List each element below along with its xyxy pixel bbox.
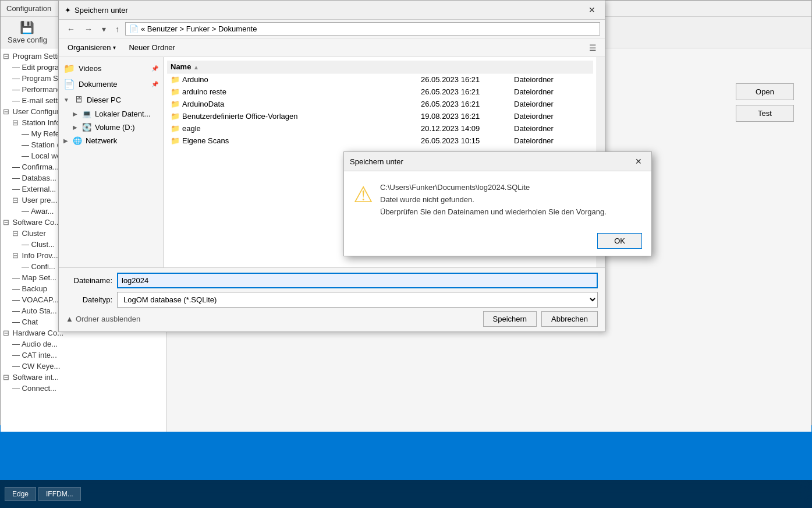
hide-folder-toggle[interactable]: ▲ Ordner ausblenden — [66, 315, 140, 323]
expand-icon: ⊟ — [3, 329, 9, 337]
expand-arrow: ▼ — [63, 97, 69, 103]
file-dialog-close-button[interactable]: ✕ — [585, 4, 599, 16]
list-item[interactable]: 📁arduino reste 26.05.2023 16:21 Dateiord… — [167, 86, 593, 98]
sidebar-dokumente-label: Dokumente — [79, 80, 117, 89]
file-date: 26.05.2023 16:21 — [421, 87, 514, 96]
filetype-row: Dateityp: LogOM database (*.SQLite) — [66, 292, 598, 308]
col-date — [421, 62, 514, 71]
organize-dropdown-icon: ▾ — [113, 44, 116, 51]
sidebar-netzwerk-label: Netzwerk — [86, 136, 117, 145]
sidebar-netzwerk[interactable]: ▶ 🌐 Netzwerk — [59, 134, 163, 147]
view-button[interactable]: ☰ — [586, 41, 600, 54]
sidebar-videos-label: Videos — [79, 64, 102, 73]
filename-row: Dateiname: — [66, 273, 598, 288]
save-config-icon: 💾 — [20, 20, 34, 34]
list-item[interactable]: 📁Arduino 26.05.2023 16:21 Dateiordner — [167, 73, 593, 86]
sidebar-item-software-int[interactable]: ⊟ Software int... — [1, 372, 166, 383]
sidebar-dieser-pc[interactable]: ▼ 🖥 Dieser PC — [59, 92, 163, 107]
folder-icon: 📁 — [63, 63, 75, 74]
sidebar-lokaler-datent-label: Lokaler Datent... — [95, 110, 150, 118]
list-item[interactable]: 📁eagle 20.12.2023 14:09 Dateiordner — [167, 122, 593, 135]
file-type: Dateiordner — [514, 112, 590, 121]
hide-folder-label: Ordner ausblenden — [76, 315, 140, 323]
file-dialog-nav: ← → ▾ ↑ 📄 « Benutzer > Funker > Dokument… — [59, 20, 605, 38]
taskbar-iffdm[interactable]: IFFDM... — [38, 487, 81, 501]
list-item[interactable]: 📁Eigene Scans 26.05.2023 10:15 Dateiordn… — [167, 135, 593, 147]
file-type: Dateiordner — [514, 87, 590, 96]
file-type: Dateiordner — [514, 75, 590, 84]
nav-up-button[interactable]: ↑ — [112, 23, 123, 36]
error-line3: Überprüfen Sie den Dateinamen und wieder… — [380, 206, 607, 218]
taskbar-edge[interactable]: Edge — [5, 487, 36, 501]
filetype-label: Dateityp: — [66, 295, 112, 304]
file-type: Dateiordner — [514, 124, 590, 133]
cancel-file-button[interactable]: Abbrechen — [541, 311, 598, 327]
file-type: Dateiordner — [514, 136, 590, 145]
sidebar-volume-d[interactable]: ▶ 💽 Volume (D:) — [59, 121, 163, 134]
breadcrumb-bar[interactable]: 📄 « Benutzer > Funker > Dokumente — [125, 22, 600, 36]
file-toolbar: Organisieren ▾ Neuer Ordner ☰ — [59, 38, 605, 57]
expand-icon: ⊟ — [12, 229, 19, 238]
drive-icon: 💽 — [82, 123, 91, 132]
error-dialog-title: Speichern unter — [350, 157, 403, 166]
nav-back-button[interactable]: ← — [63, 23, 79, 36]
sidebar-videos[interactable]: 📁 Videos 📌 — [59, 61, 163, 76]
sidebar-item-cat-inte[interactable]: — CAT inte... — [1, 350, 166, 361]
file-list-header: Name ▲ — [167, 61, 593, 73]
error-line2: Datei wurde nicht gefunden. — [380, 194, 607, 206]
nav-dropdown-button[interactable]: ▾ — [98, 23, 109, 36]
organize-label: Organisieren — [68, 43, 111, 52]
error-body: ⚠ C:\Users\Funker\Documents\log2024.SQLi… — [344, 171, 651, 228]
sidebar-dokumente[interactable]: 📄 Dokumente 📌 — [59, 76, 163, 92]
file-name: 📁arduino reste — [171, 87, 421, 96]
toggle-arrow: ▲ — [66, 315, 73, 323]
file-date: 26.05.2023 16:21 — [421, 100, 514, 108]
file-dialog-title: Speichern unter — [75, 6, 128, 15]
sidebar-item-cw-keye[interactable]: — CW Keye... — [1, 361, 166, 372]
pc-icon: 🖥 — [74, 94, 83, 105]
nav-forward-button[interactable]: → — [81, 23, 96, 36]
expand-icon: ⊟ — [3, 107, 9, 116]
file-date: 19.08.2023 16:21 — [421, 112, 514, 121]
file-name: 📁Benutzerdefinierte Office-Vorlagen — [171, 112, 421, 121]
error-dialog: Speichern unter ✕ ⚠ C:\Users\Funker\Docu… — [343, 151, 652, 256]
breadcrumb-path: « Benutzer > Funker > Dokumente — [141, 24, 257, 33]
test-button[interactable]: Test — [736, 105, 794, 122]
error-dialog-title-bar: Speichern unter ✕ — [344, 152, 651, 171]
error-text: C:\Users\Funker\Documents\log2024.SQLite… — [380, 182, 607, 218]
organize-button[interactable]: Organisieren ▾ — [63, 41, 120, 54]
dialog-save-icon: ✦ — [65, 6, 71, 15]
col-type — [514, 62, 590, 71]
ok-button[interactable]: OK — [597, 233, 642, 249]
filename-input[interactable] — [117, 273, 598, 288]
list-item[interactable]: 📁ArduinoData 26.05.2023 16:21 Dateiordne… — [167, 98, 593, 110]
network-icon: 🌐 — [73, 136, 82, 145]
sidebar-dieser-pc-label: Dieser PC — [87, 96, 121, 104]
breadcrumb-icon: 📄 — [129, 24, 139, 33]
file-type: Dateiordner — [514, 100, 590, 108]
file-dialog-title-bar: ✦ Speichern unter ✕ — [59, 1, 605, 20]
filetype-select[interactable]: LogOM database (*.SQLite) — [117, 292, 598, 308]
new-folder-button[interactable]: Neuer Ordner — [123, 41, 180, 54]
sidebar-item-connect[interactable]: — Connect... — [1, 383, 166, 394]
file-date: 20.12.2023 14:09 — [421, 124, 514, 133]
expand-icon: ⊟ — [12, 251, 19, 260]
expand-arrow: ▶ — [73, 124, 77, 130]
taskbar: Edge IFFDM... — [0, 480, 812, 508]
save-config-button[interactable]: 💾 Save config — [8, 20, 47, 44]
save-file-button[interactable]: Speichern — [483, 311, 537, 327]
sidebar-volume-d-label: Volume (D:) — [95, 123, 135, 132]
error-dialog-close-button[interactable]: ✕ — [632, 156, 646, 167]
sidebar-lokaler-datent[interactable]: ▶ 💻 Lokaler Datent... — [59, 107, 163, 121]
error-line1: C:\Users\Funker\Documents\log2024.SQLite — [380, 182, 607, 194]
sidebar-item-audio-de[interactable]: — Audio de... — [1, 338, 166, 350]
file-date: 26.05.2023 16:21 — [421, 75, 514, 84]
expand-icon: ⊟ — [3, 373, 9, 382]
open-button[interactable]: Open — [736, 83, 794, 100]
pin-icon: 📌 — [151, 81, 158, 87]
expand-arrow: ▶ — [73, 111, 77, 117]
file-date: 26.05.2023 10:15 — [421, 136, 514, 145]
list-item[interactable]: 📁Benutzerdefinierte Office-Vorlagen 19.0… — [167, 110, 593, 122]
pin-icon: 📌 — [151, 65, 158, 72]
expand-icon: ⊟ — [3, 218, 9, 227]
